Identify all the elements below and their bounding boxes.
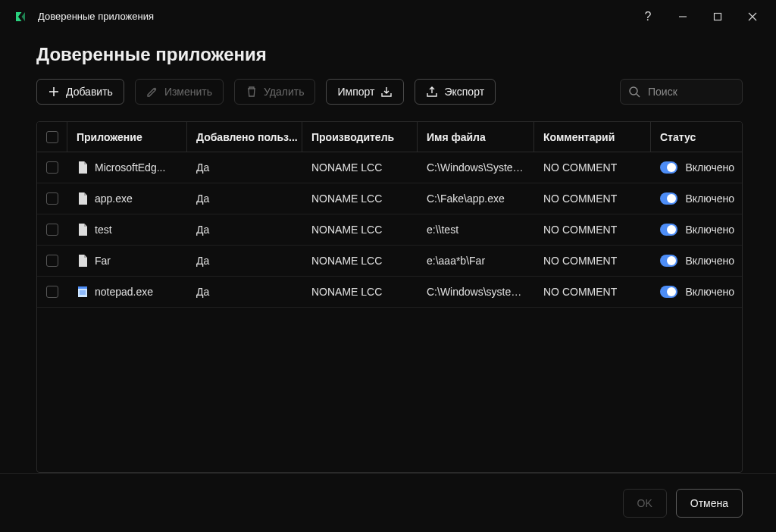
table-row[interactable]: FarДаNONAME LCCe:\aaa*b\FarNO COMMENTВкл…	[37, 246, 742, 277]
cell-status: Включено	[651, 161, 742, 174]
export-button[interactable]: Экспорт	[415, 79, 496, 105]
select-all-checkbox[interactable]	[46, 131, 58, 143]
cell-comment: NO COMMENT	[534, 224, 651, 236]
cell-filename: C:\Fake\app.exe	[418, 192, 534, 205]
row-checkbox-cell[interactable]	[37, 255, 67, 267]
table-body: MicrosoftEdg...ДаNONAME LCCC:\Windows\Sy…	[37, 152, 742, 472]
col-added[interactable]: Добавлено польз...	[187, 122, 302, 152]
cell-app: notepad.exe	[67, 286, 187, 298]
delete-button-label: Удалить	[264, 86, 304, 98]
cell-app: test	[67, 224, 187, 236]
col-app[interactable]: Приложение	[67, 122, 187, 152]
status-label: Включено	[685, 255, 734, 267]
cell-added: Да	[187, 161, 302, 174]
delete-button[interactable]: Удалить	[234, 79, 315, 105]
cell-filename: e:\aaa*b\Far	[418, 255, 534, 267]
cell-added: Да	[187, 224, 302, 236]
file-icon	[77, 286, 89, 298]
edit-button[interactable]: Изменить	[135, 79, 224, 105]
row-checkbox-cell[interactable]	[37, 192, 67, 205]
search-input[interactable]	[646, 85, 776, 99]
toolbar: Добавить Изменить Удалить Импорт Экспорт	[36, 79, 743, 105]
cell-status: Включено	[651, 286, 742, 298]
cell-vendor: NONAME LCC	[302, 255, 418, 267]
table-row[interactable]: testДаNONAME LCCe:\\testNO COMMENTВключе…	[37, 214, 742, 246]
close-icon	[748, 12, 757, 21]
file-icon	[77, 255, 89, 267]
status-label: Включено	[685, 224, 734, 236]
maximize-button[interactable]	[700, 0, 735, 33]
search-icon	[628, 86, 640, 98]
titlebar: Доверенные приложения ?	[0, 0, 776, 33]
import-button[interactable]: Импорт	[326, 79, 404, 105]
col-status[interactable]: Статус	[651, 122, 743, 152]
app-name: Far	[95, 255, 111, 267]
app-name: notepad.exe	[95, 286, 153, 298]
svg-line-7	[637, 94, 640, 97]
status-label: Включено	[685, 192, 734, 205]
row-checkbox-cell[interactable]	[37, 161, 67, 174]
cancel-button-label: Отмена	[690, 497, 728, 509]
row-checkbox-cell[interactable]	[37, 224, 67, 236]
status-toggle[interactable]	[660, 161, 677, 174]
col-vendor[interactable]: Производитель	[302, 122, 418, 152]
cell-vendor: NONAME LCC	[302, 161, 418, 174]
plus-icon	[48, 86, 60, 98]
table-row[interactable]: app.exeДаNONAME LCCC:\Fake\app.exeNO COM…	[37, 183, 742, 214]
cell-comment: NO COMMENT	[534, 161, 651, 174]
row-checkbox-cell[interactable]	[37, 286, 67, 298]
export-icon	[426, 86, 438, 98]
ok-button[interactable]: OK	[623, 489, 667, 518]
status-label: Включено	[685, 161, 734, 174]
row-checkbox[interactable]	[46, 224, 58, 236]
row-checkbox[interactable]	[46, 286, 58, 298]
app-name: test	[95, 224, 112, 236]
row-checkbox[interactable]	[46, 161, 58, 174]
svg-point-6	[630, 87, 637, 95]
cell-comment: NO COMMENT	[534, 192, 651, 205]
help-button[interactable]: ?	[630, 0, 665, 33]
status-toggle[interactable]	[660, 286, 677, 298]
dialog-footer: OK Отмена	[0, 473, 776, 532]
cell-vendor: NONAME LCC	[302, 286, 418, 298]
svg-rect-1	[715, 13, 721, 20]
app-name: app.exe	[95, 192, 133, 205]
search-box[interactable]	[620, 79, 743, 105]
col-filename[interactable]: Имя файла	[418, 122, 534, 152]
table-row[interactable]: MicrosoftEdg...ДаNONAME LCCC:\Windows\Sy…	[37, 152, 742, 183]
cell-status: Включено	[651, 224, 742, 236]
close-button[interactable]	[735, 0, 770, 33]
status-toggle[interactable]	[660, 192, 677, 205]
export-button-label: Экспорт	[444, 86, 484, 98]
cell-filename: e:\\test	[418, 224, 534, 236]
trash-icon	[246, 86, 258, 98]
table-header: Приложение Добавлено польз... Производит…	[37, 122, 742, 152]
pencil-icon	[146, 86, 158, 98]
status-toggle[interactable]	[660, 224, 677, 236]
status-toggle[interactable]	[660, 255, 677, 267]
cell-status: Включено	[651, 255, 742, 267]
help-icon: ?	[645, 10, 652, 23]
page-title: Доверенные приложения	[36, 44, 743, 65]
cell-app: MicrosoftEdg...	[67, 161, 187, 174]
row-checkbox[interactable]	[46, 192, 58, 205]
add-button-label: Добавить	[66, 86, 113, 98]
table-row[interactable]: notepad.exeДаNONAME LCCC:\Windows\system…	[37, 277, 742, 308]
cell-comment: NO COMMENT	[534, 255, 651, 267]
row-checkbox[interactable]	[46, 255, 58, 267]
app-logo-icon	[12, 8, 29, 25]
file-icon	[77, 224, 89, 236]
maximize-icon	[713, 12, 722, 21]
cell-added: Да	[187, 255, 302, 267]
minimize-button[interactable]	[665, 0, 700, 33]
cell-comment: NO COMMENT	[534, 286, 651, 298]
add-button[interactable]: Добавить	[36, 79, 124, 105]
svg-rect-9	[78, 286, 87, 289]
apps-table: Приложение Добавлено польз... Производит…	[36, 121, 743, 473]
col-comment[interactable]: Комментарий	[534, 122, 651, 152]
cancel-button[interactable]: Отмена	[676, 489, 743, 518]
cell-vendor: NONAME LCC	[302, 192, 418, 205]
window-title: Доверенные приложения	[38, 11, 154, 22]
header-checkbox-cell[interactable]	[37, 122, 67, 152]
cell-filename: C:\Windows\system...	[418, 286, 534, 298]
